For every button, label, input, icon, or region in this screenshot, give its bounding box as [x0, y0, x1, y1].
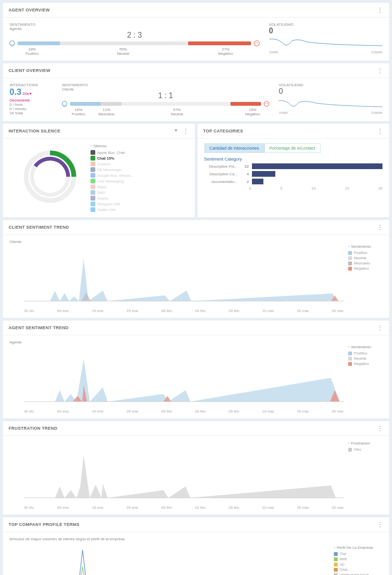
segment — [60, 41, 188, 45]
category-subtitle[interactable]: Sentiment Category — [204, 157, 383, 161]
tab-percentage[interactable]: Porcentaje de inContact — [264, 143, 321, 153]
more-icon[interactable]: ⋮ — [377, 67, 383, 74]
smile-icon: ◡ — [62, 101, 67, 107]
interactions-label: INTERACTIONS — [10, 83, 52, 87]
more-icon[interactable]: ⋮ — [377, 224, 383, 231]
more-icon[interactable]: ⋮ — [377, 324, 383, 331]
chart-legend: ›Frustración Otro — [344, 441, 382, 510]
more-icon[interactable]: ⋮ — [377, 128, 383, 134]
legend-item[interactable]: FB Messenger — [90, 167, 138, 172]
chart-legend: ›Sentimiento PositivoNeutralMezcladoNega… — [344, 244, 382, 313]
axis-tick: 30 mar. — [332, 505, 344, 510]
segment — [188, 41, 251, 45]
legend-item[interactable]: The — [334, 551, 382, 556]
legend-item[interactable]: Positivo — [348, 351, 382, 356]
legend-item[interactable]: Well — [334, 556, 382, 562]
card-title: CLIENT OVERVIEW — [9, 68, 50, 73]
chart-legend: ›Perfil De La Empresa TheWellUpGiveUnres… — [330, 545, 382, 575]
segment-label: 57%Neutral — [118, 108, 236, 116]
vol-right-label: Estable — [372, 50, 382, 54]
segment-label: 16%Negativo — [236, 108, 270, 116]
axis-tick: 18 feb. — [195, 505, 206, 510]
interactions-detail-lines: 0 / hora0 / minuto24 Total — [10, 102, 52, 115]
legend-item[interactable]: Neutral — [348, 255, 382, 261]
axis-tick: 15 — [345, 186, 349, 191]
interactions-line: 0 / minuto — [10, 107, 52, 111]
more-icon[interactable]: ⋮ — [377, 425, 383, 432]
legend-item[interactable]: SMS — [90, 190, 138, 195]
axis-tick: 20 mar. — [297, 505, 310, 510]
legend-item[interactable]: Negativo — [348, 361, 382, 366]
card-title: FRUSTRATION TREND — [9, 426, 57, 431]
frustration-trend-card: FRUSTRATION TREND ⋮ 30 dic.09 ene.19 ene… — [3, 421, 389, 514]
legend-item[interactable]: Google Bus. Messa... — [90, 172, 138, 178]
bar-row: Descriptive Ca...4 — [204, 171, 383, 177]
axis-tick: 29 ene. — [127, 409, 140, 414]
legend-item[interactable]: Negativo — [348, 266, 382, 271]
axis-tick: 10 — [312, 186, 316, 191]
legend-item[interactable]: Up — [334, 562, 382, 567]
segment — [18, 41, 60, 45]
axis-tick: 28 feb. — [229, 409, 240, 414]
card-subtitle: Artículos de mayor volumen de interés se… — [10, 537, 382, 541]
segment — [101, 102, 121, 106]
legend-item[interactable]: Twitter DM — [90, 207, 138, 212]
tab-interactions[interactable]: Cantidad de interacciones — [204, 143, 264, 153]
bar-row: Descriptive Pol...22 — [204, 163, 383, 169]
silence-legend: ›Silencio Apple Bus. ChatChat 15%CustomF… — [90, 143, 138, 212]
legend-item[interactable]: Apple Bus. Chat — [90, 150, 138, 155]
legend-item[interactable]: Otro — [348, 447, 382, 452]
axis-tick: 18 feb. — [195, 409, 206, 414]
legend-item[interactable]: Slack — [90, 184, 138, 190]
legend-header: Perfil De La Empresa — [337, 545, 373, 550]
sentiment-bar — [18, 41, 251, 45]
card-title: TOP CATEGORIES — [203, 129, 243, 133]
sentiment-label: SENTIMIENTO — [10, 22, 260, 27]
volatility-sparkline — [279, 96, 382, 110]
legend-item[interactable]: Neutral — [348, 356, 382, 361]
more-icon[interactable]: ⋮ — [377, 521, 383, 528]
legend-item[interactable]: Positivo — [348, 250, 382, 255]
axis-tick: 09 ene. — [57, 409, 70, 414]
volatility-sparkline — [269, 35, 382, 50]
axis-tick: 30 dic. — [24, 309, 35, 313]
axis-tick: 08 feb. — [161, 309, 173, 313]
axis-tick: 28 feb. — [229, 309, 240, 313]
volatility-label: VOLATILIDAD — [279, 83, 382, 87]
legend-item[interactable]: Telegram DM — [90, 201, 138, 207]
segment — [70, 102, 101, 106]
axis-tick: 10 mar. — [262, 309, 275, 313]
category-axis: 05101520 — [249, 186, 383, 191]
volatility-value: 0 — [279, 87, 382, 96]
legend-item[interactable]: Mezclado — [348, 261, 382, 266]
axis-tick: 5 — [280, 186, 282, 191]
segment-label: 16%Positivo — [62, 108, 95, 116]
legend-item[interactable]: Line Messaging — [90, 178, 138, 184]
axis-tick: 20 mar. — [297, 409, 310, 414]
axis-tick: 30 mar. — [332, 309, 344, 313]
card-title: AGENT OVERVIEW — [9, 8, 50, 12]
axis-tick: 20 mar. — [297, 309, 310, 313]
axis-tick: 29 ene. — [127, 309, 140, 313]
legend-item[interactable]: Custom — [90, 161, 138, 167]
legend-item[interactable]: Give — [334, 567, 382, 572]
sentiment-ratio: 2 : 3 — [10, 31, 260, 40]
profile-terms-card: TOP COMPANY PROFILE TERMS ⋮ Artículos de… — [3, 517, 389, 575]
segment-label: 18%Positivo — [10, 47, 54, 56]
client-trend-chart — [10, 244, 344, 306]
legend-item[interactable]: Chat 15% — [90, 155, 138, 161]
legend-item[interactable]: Unresolved Issue — [334, 572, 382, 575]
category-bars: Descriptive Pol...22Descriptive Ca...4do… — [204, 163, 383, 184]
axis-tick: 19 ene. — [92, 505, 105, 510]
legend-item[interactable]: Teams — [90, 195, 138, 201]
interactions-line: 0 / hora — [10, 102, 52, 107]
filter-icon[interactable]: ▼ — [174, 128, 179, 134]
segment-label: 11%Mezclado — [95, 108, 118, 116]
sentiment-label: SENTIMIENTO — [62, 83, 269, 87]
axis-tick: 30 dic. — [24, 505, 35, 510]
interactions-line: 24 Total — [10, 111, 52, 115]
more-icon[interactable]: ⋮ — [377, 7, 383, 13]
more-icon[interactable]: ⋮ — [182, 128, 189, 134]
legend-header: Silencio — [93, 144, 107, 148]
interaction-silence-card: INTERACTION SILENCE ▼ ⋮ ›Silencio Apple … — [3, 124, 195, 217]
